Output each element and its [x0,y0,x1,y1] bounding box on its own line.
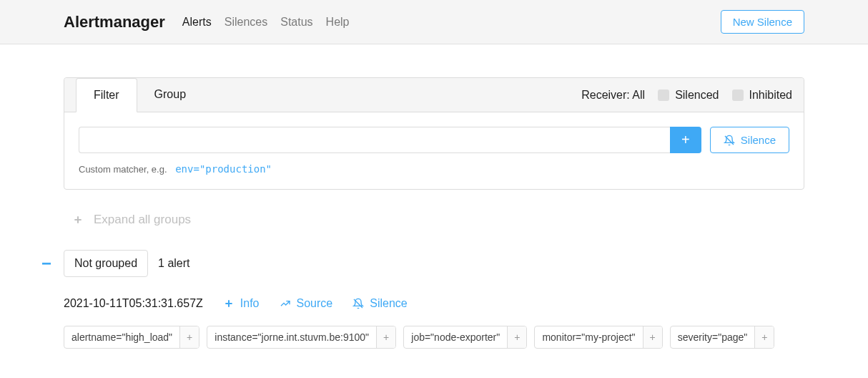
tag-text: instance="jorne.int.stuvm.be:9100" [207,326,377,348]
tag-alertname: alertname="high_load" + [64,326,199,349]
filter-input[interactable] [79,127,670,153]
tag-monitor: monitor="my-project" + [534,326,662,349]
silence-button[interactable]: Silence [710,127,789,153]
expand-all-groups[interactable]: Expand all groups [64,207,199,233]
expand-all-label: Expand all groups [94,213,191,227]
bell-off-icon [352,298,364,309]
bell-off-icon [724,135,735,146]
filter-hint: Custom matcher, e.g. env="production" [79,163,789,175]
alert-count: 1 alert [158,257,189,270]
tag-severity: severity="page" + [670,326,775,349]
navbar: Alertmanager Alerts Silences Status Help… [0,0,868,44]
filter-card: Filter Group Receiver: All Silenced Inhi… [64,77,804,190]
brand: Alertmanager [64,13,165,32]
silenced-checkbox[interactable]: Silenced [658,89,719,102]
tag-text: monitor="my-project" [535,326,643,348]
tag-text: alertname="high_load" [64,326,180,348]
nav-silences[interactable]: Silences [225,16,267,29]
card-header: Filter Group Receiver: All Silenced Inhi… [64,78,804,112]
nav-links: Alerts Silences Status Help [182,16,721,29]
inhibited-checkbox[interactable]: Inhibited [732,89,793,102]
new-silence-button[interactable]: New Silence [721,10,804,34]
tag-add-button[interactable]: + [180,326,199,348]
tags-row: alertname="high_load" + instance="jorne.… [64,326,804,349]
hint-example: env="production" [175,163,272,175]
inhibited-label: Inhibited [749,89,793,102]
tag-text: severity="page" [671,326,756,348]
silenced-label: Silenced [675,89,719,102]
nav-status[interactable]: Status [280,16,312,29]
group-label[interactable]: Not grouped [64,250,148,277]
alert-row: 2021-10-11T05:31:31.657Z Info Source Sil… [64,297,804,310]
alert-timestamp: 2021-10-11T05:31:31.657Z [64,297,203,310]
receiver-label: Receiver: All [581,89,645,102]
tag-add-button[interactable]: + [377,326,395,348]
tag-text: job="node-exporter" [404,326,508,348]
plus-icon [223,298,235,309]
tag-job: job="node-exporter" + [403,326,527,349]
nav-help[interactable]: Help [326,16,350,29]
group-row: − Not grouped 1 alert [39,250,804,277]
tag-instance: instance="jorne.int.stuvm.be:9100" + [207,326,396,349]
tab-group[interactable]: Group [137,78,203,112]
silence-link[interactable]: Silence [352,297,407,310]
collapse-group-button[interactable]: − [39,255,54,272]
info-link[interactable]: Info [223,297,260,310]
tag-add-button[interactable]: + [643,326,662,348]
checkbox-icon [732,89,744,101]
source-link[interactable]: Source [280,297,333,310]
nav-alerts[interactable]: Alerts [182,16,212,29]
plus-icon [72,214,84,226]
add-matcher-button[interactable]: + [670,127,701,153]
tab-filter[interactable]: Filter [76,78,137,112]
silence-label: Silence [741,134,776,146]
tag-add-button[interactable]: + [755,326,774,348]
checkbox-icon [658,89,669,101]
tag-add-button[interactable]: + [508,326,526,348]
chart-icon [280,298,291,309]
